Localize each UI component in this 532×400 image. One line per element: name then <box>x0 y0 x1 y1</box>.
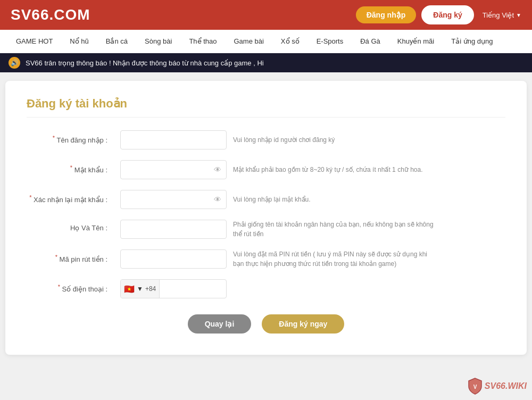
fullname-label: Họ Và Tên : <box>27 220 112 232</box>
confirm-password-field-wrap: 👁 <box>120 190 227 209</box>
phone-field: 🇻🇳 ▼ +84 <box>120 279 227 298</box>
pin-input-wrap: Vui lòng đặt mã PIN rút tiền ( lưu ý mã … <box>120 249 505 269</box>
nav-item-xoso[interactable]: Xổ số <box>281 31 300 52</box>
login-button[interactable]: Đăng nhập <box>356 6 417 23</box>
header: SV66.COM Đăng nhập Đăng ký Tiếng Việt ▼ <box>0 0 532 30</box>
fullname-input-wrap: Phải giống tên tài khoản ngân hàng của b… <box>120 220 505 239</box>
fullname-hint: Phải giống tên tài khoản ngân hàng của b… <box>233 220 435 239</box>
pin-hint: Vui lòng đặt mã PIN rút tiền ( lưu ý mã … <box>233 249 435 269</box>
nav-item-banca[interactable]: Bắn cá <box>106 31 128 52</box>
watermark-text: SV66.WIKI <box>485 381 527 391</box>
register-button[interactable]: Đăng ký <box>421 5 473 24</box>
password-input[interactable] <box>120 160 227 179</box>
username-label: * Tên đăng nhập : <box>27 130 112 144</box>
confirm-password-input[interactable] <box>120 190 227 209</box>
country-selector[interactable]: 🇻🇳 ▼ +84 <box>121 280 160 298</box>
phone-input-wrap: 🇻🇳 ▼ +84 <box>120 279 505 298</box>
registration-form-container: Đăng ký tài khoản * Tên đăng nhập : Vui … <box>5 81 527 355</box>
form-title: Đăng ký tài khoản <box>27 97 505 118</box>
eye-confirm-icon[interactable]: 👁 <box>214 195 221 204</box>
pin-input[interactable] <box>120 249 227 269</box>
nav-item-nohu[interactable]: Nổ hũ <box>70 31 88 52</box>
news-ticker: 🔊 SV66 trân trọng thông báo ! Nhận được … <box>0 53 532 72</box>
nav-item-gamehot[interactable]: GAME HOT <box>16 31 53 52</box>
confirm-password-input-wrap: 👁 Vui lòng nhập lại mật khẩu. <box>120 190 505 209</box>
username-row: * Tên đăng nhập : Vui lòng nhập id người… <box>27 130 505 149</box>
watermark: V SV66.WIKI <box>468 378 527 395</box>
confirm-password-label: * Xác nhận lại mật khẩu : <box>27 190 112 204</box>
password-label: * Mật khẩu : <box>27 160 112 174</box>
phone-label: * Số điện thoại : <box>27 279 112 293</box>
confirm-password-row: * Xác nhận lại mật khẩu : 👁 Vui lòng nhậ… <box>27 190 505 209</box>
password-input-wrap: 👁 Mật khẩu phải bao gồm từ 8~20 ký tự / … <box>120 160 505 179</box>
phone-input[interactable] <box>160 285 227 293</box>
submit-button[interactable]: Đăng ký ngay <box>262 314 344 334</box>
nav-item-taiungdung[interactable]: Tải ứng dụng <box>451 31 493 52</box>
password-hint: Mật khẩu phải bao gồm từ 8~20 ký tự / số… <box>233 165 423 174</box>
speaker-icon: 🔊 <box>9 57 20 69</box>
password-field-wrap: 👁 <box>120 160 227 179</box>
password-row: * Mật khẩu : 👁 Mật khẩu phải bao gồm từ … <box>27 160 505 179</box>
nav-item-thethao[interactable]: Thể thao <box>189 31 217 52</box>
form-buttons: Quay lại Đăng ký ngay <box>27 314 505 334</box>
back-button[interactable]: Quay lại <box>188 314 252 334</box>
confirm-password-hint: Vui lòng nhập lại mật khẩu. <box>233 195 311 204</box>
fullname-input[interactable] <box>120 220 227 239</box>
logo: SV66.COM <box>11 6 90 23</box>
nav-item-gamebai[interactable]: Game bài <box>234 31 263 52</box>
shield-icon: V <box>468 378 483 395</box>
pin-label: * Mã pin rút tiền : <box>27 249 112 263</box>
language-label: Tiếng Việt <box>483 11 514 19</box>
pin-row: * Mã pin rút tiền : Vui lòng đặt mã PIN … <box>27 249 505 269</box>
fullname-row: Họ Và Tên : Phải giống tên tài khoản ngâ… <box>27 220 505 239</box>
phone-down-icon: ▼ <box>137 285 143 293</box>
username-input[interactable] <box>120 130 227 149</box>
svg-text:V: V <box>473 384 477 390</box>
eye-icon[interactable]: 👁 <box>214 165 221 174</box>
username-hint: Vui lòng nhập id người chơi đăng ký <box>233 135 335 145</box>
ticker-text: SV66 trân trọng thông báo ! Nhận được th… <box>26 59 264 67</box>
nav-item-daga[interactable]: Đá Gà <box>360 31 380 52</box>
chevron-down-icon: ▼ <box>516 12 521 18</box>
header-buttons: Đăng nhập Đăng ký Tiếng Việt ▼ <box>356 5 521 24</box>
navigation: GAME HOT Nổ hũ Bắn cá Sòng bài Thể thao … <box>0 30 532 53</box>
nav-item-esports[interactable]: E-Sports <box>317 31 344 52</box>
nav-item-songbai[interactable]: Sòng bài <box>145 31 172 52</box>
language-selector[interactable]: Tiếng Việt ▼ <box>483 11 521 19</box>
username-input-wrap: Vui lòng nhập id người chơi đăng ký <box>120 130 505 149</box>
phone-code: +84 <box>145 285 156 293</box>
phone-row: * Số điện thoại : 🇻🇳 ▼ +84 <box>27 279 505 298</box>
flag-icon: 🇻🇳 <box>124 284 135 294</box>
nav-item-khuyenmai[interactable]: Khuyến mãi <box>397 31 434 52</box>
